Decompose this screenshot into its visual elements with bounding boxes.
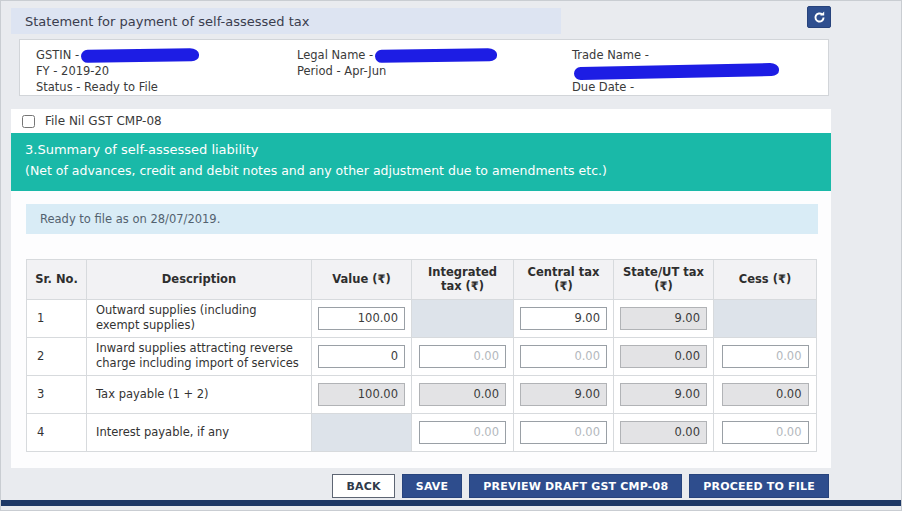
file-nil-row: File Nil GST CMP-08 <box>11 109 831 133</box>
gstin-label: GSTIN - <box>36 48 79 62</box>
column-header-integrated-tax: Integrated tax (₹) <box>412 260 514 300</box>
taxpayer-col-2: Legal Name - Period - Apr-Jun <box>297 47 497 79</box>
column-header-cess: Cess (₹) <box>714 260 817 300</box>
period-line: Period - Apr-Jun <box>297 63 497 79</box>
taxpayer-col-3: Trade Name - Due Date - <box>572 47 828 95</box>
alert-text: Ready to file as on 28/07/2019. <box>40 212 220 226</box>
ready-to-file-alert: Ready to file as on 28/07/2019. <box>26 204 818 234</box>
table-row: 4Interest payable, if any <box>27 413 817 451</box>
legal-name-redaction <box>375 48 497 63</box>
amount-input-readonly <box>722 383 809 406</box>
table-body: 1Outward supplies (including exempt supp… <box>27 299 817 451</box>
amount-cell <box>714 337 817 375</box>
legal-name-label: Legal Name - <box>297 48 373 62</box>
save-button[interactable]: SAVE <box>402 474 463 498</box>
bottom-navy-bar <box>1 500 902 506</box>
amount-input-readonly <box>620 345 707 368</box>
trade-name-redaction <box>574 63 779 80</box>
description-cell: Outward supplies (including exempt suppl… <box>87 299 312 337</box>
amount-cell <box>714 413 817 451</box>
table-header-row: Sr. No. Description Value (₹) Integrated… <box>27 260 817 300</box>
amount-cell <box>312 299 412 337</box>
amount-input[interactable] <box>520 307 607 330</box>
amount-input-readonly <box>419 383 506 406</box>
trade-name-line: Trade Name - <box>572 47 828 79</box>
amount-cell <box>714 375 817 413</box>
back-button[interactable]: BACK <box>332 474 394 498</box>
amount-input[interactable] <box>722 345 809 368</box>
amount-cell <box>614 375 714 413</box>
sr-no-cell: 4 <box>27 413 87 451</box>
amount-cell <box>412 375 514 413</box>
amount-input[interactable] <box>722 421 809 444</box>
table-row: 1Outward supplies (including exempt supp… <box>27 299 817 337</box>
amount-cell <box>614 299 714 337</box>
taxpayer-info-box: GSTIN - FY - 2019-20 Status - Ready to F… <box>19 39 829 96</box>
sr-no-cell: 1 <box>27 299 87 337</box>
page-title: Statement for payment of self-assessed t… <box>25 14 309 29</box>
table-row: 2Inward supplies attracting reverse char… <box>27 337 817 375</box>
action-button-bar: BACK SAVE PREVIEW DRAFT GST CMP-08 PROCE… <box>332 474 829 498</box>
description-cell: Tax payable (1 + 2) <box>87 375 312 413</box>
refresh-button[interactable] <box>807 6 831 28</box>
amount-input[interactable] <box>520 345 607 368</box>
description-cell: Inward supplies attracting reverse charg… <box>87 337 312 375</box>
refresh-icon <box>813 11 826 24</box>
table-row: 3Tax payable (1 + 2) <box>27 375 817 413</box>
amount-cell <box>514 413 614 451</box>
gstin-line: GSTIN - <box>36 47 199 63</box>
sr-no-cell: 2 <box>27 337 87 375</box>
column-header-central-tax: Central tax (₹) <box>514 260 614 300</box>
blank-shaded-cell <box>312 413 412 451</box>
legal-name-line: Legal Name - <box>297 47 497 63</box>
section-title: 3.Summary of self-assessed liability <box>25 142 817 157</box>
sr-no-cell: 3 <box>27 375 87 413</box>
section-subtitle: (Net of advances, credit and debit notes… <box>25 163 817 178</box>
nil-checkbox[interactable] <box>22 115 35 128</box>
amount-cell <box>614 413 714 451</box>
status-line: Status - Ready to File <box>36 79 199 95</box>
preview-draft-button[interactable]: PREVIEW DRAFT GST CMP-08 <box>469 474 682 498</box>
amount-input[interactable] <box>419 421 506 444</box>
proceed-to-file-button[interactable]: PROCEED TO FILE <box>689 474 829 498</box>
fy-line: FY - 2019-20 <box>36 63 199 79</box>
amount-input-readonly <box>620 307 707 330</box>
nil-checkbox-label: File Nil GST CMP-08 <box>45 114 162 128</box>
amount-input-readonly <box>620 421 707 444</box>
amount-cell <box>514 299 614 337</box>
amount-input[interactable] <box>419 345 506 368</box>
trade-name-label: Trade Name - <box>572 48 649 62</box>
column-header-state-ut-tax: State/UT tax (₹) <box>614 260 714 300</box>
summary-panel: Ready to file as on 28/07/2019. Sr. No. … <box>11 191 831 468</box>
column-header-value: Value (₹) <box>312 260 412 300</box>
amount-input[interactable] <box>318 307 405 330</box>
amount-cell <box>312 337 412 375</box>
amount-cell <box>514 375 614 413</box>
blank-shaded-cell <box>714 299 817 337</box>
amount-input[interactable] <box>520 421 607 444</box>
blank-shaded-cell <box>412 299 514 337</box>
column-header-description: Description <box>87 260 312 300</box>
gstin-redaction <box>81 48 199 63</box>
amount-input-readonly <box>520 383 607 406</box>
description-cell: Interest payable, if any <box>87 413 312 451</box>
liability-table: Sr. No. Description Value (₹) Integrated… <box>26 259 817 452</box>
amount-cell <box>412 413 514 451</box>
amount-input-readonly <box>318 383 405 406</box>
amount-cell <box>412 337 514 375</box>
section-header: 3.Summary of self-assessed liability (Ne… <box>11 133 831 191</box>
page-title-bar: Statement for payment of self-assessed t… <box>11 8 561 34</box>
amount-cell <box>514 337 614 375</box>
amount-input-readonly <box>620 383 707 406</box>
gst-cmp08-page: Statement for payment of self-assessed t… <box>0 0 902 511</box>
amount-cell <box>614 337 714 375</box>
column-header-sr-no: Sr. No. <box>27 260 87 300</box>
due-date-line: Due Date - <box>572 79 828 95</box>
amount-input[interactable] <box>318 345 405 368</box>
taxpayer-col-1: GSTIN - FY - 2019-20 Status - Ready to F… <box>36 47 199 95</box>
amount-cell <box>312 375 412 413</box>
